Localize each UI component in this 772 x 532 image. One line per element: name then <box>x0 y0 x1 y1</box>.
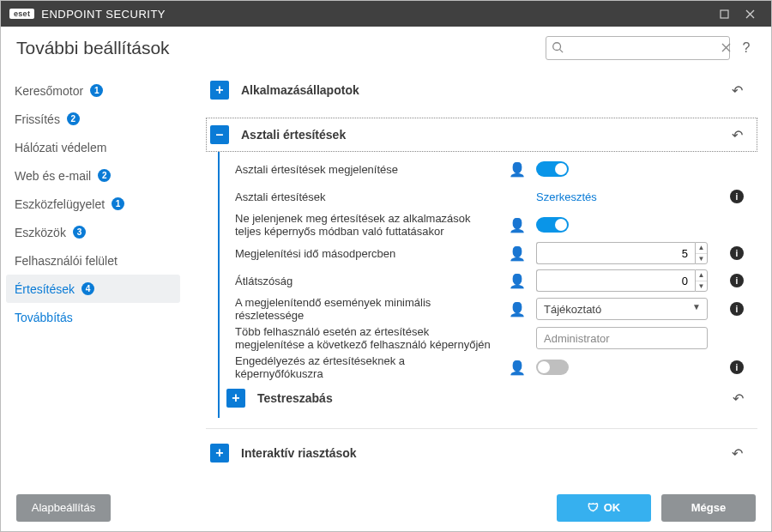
section-body: Asztali értesítések megjelenítése 👤 Aszt… <box>218 152 757 418</box>
row-label: Engedélyezés az értesítéseknek a képerny… <box>235 354 500 380</box>
expand-icon: + <box>226 389 245 408</box>
search-input[interactable] <box>569 41 716 56</box>
default-button[interactable]: Alapbeállítás <box>16 494 111 522</box>
stepper-down-icon[interactable]: ▼ <box>696 254 707 264</box>
badge: 2 <box>67 112 80 125</box>
undo-icon[interactable]: ↶ <box>728 82 746 99</box>
section-header-interactive-alerts[interactable]: + Interaktív riasztások ↶ <box>206 436 757 470</box>
info-icon[interactable]: i <box>730 302 744 316</box>
person-icon: 👤 <box>509 245 524 262</box>
info-icon[interactable]: i <box>730 274 744 287</box>
titlebar: eset ENDPOINT SECURITY <box>1 1 771 27</box>
sidebar-item-web-email[interactable]: Web és e-mail 2 <box>1 161 185 190</box>
content-area: + Alkalmazásállapotok ↶ – Asztali értesí… <box>185 70 771 484</box>
row-label: Átlátszóság <box>235 275 500 287</box>
badge: 1 <box>112 197 124 210</box>
section-app-states: + Alkalmazásállapotok ↶ <box>206 73 757 107</box>
stepper-down-icon[interactable]: ▼ <box>696 281 707 292</box>
row-no-fullscreen-notifications: Ne jelenjenek meg értesítések az alkalma… <box>220 210 757 239</box>
info-icon[interactable]: i <box>730 246 744 260</box>
person-icon: 👤 <box>509 217 524 233</box>
subsection-customization[interactable]: + Testreszabás ↶ <box>220 382 757 414</box>
sidebar-item-forwarding[interactable]: Továbbítás <box>1 303 185 331</box>
toggle-allow-focus[interactable] <box>536 360 569 375</box>
sidebar-item-label: Eszközfelügyelet <box>15 197 105 211</box>
badge: 2 <box>98 169 111 182</box>
sidebar-item-tools[interactable]: Eszközök 3 <box>1 218 185 246</box>
row-show-desktop-notifications: Asztali értesítések megjelenítése 👤 <box>220 155 757 183</box>
ok-label: OK <box>604 501 621 514</box>
badge: 3 <box>73 226 86 239</box>
subsection-title: Testreszabás <box>257 391 729 405</box>
sidebar-item-label: Eszközök <box>15 226 66 239</box>
row-min-verbosity: A megjelenítendő események minimális rés… <box>220 294 757 323</box>
row-label: Asztali értesítések <box>235 190 500 203</box>
divider <box>206 428 757 429</box>
sidebar-item-update[interactable]: Frissítés 2 <box>1 105 185 133</box>
help-button[interactable]: ? <box>737 40 756 56</box>
section-title: Asztali értesítések <box>241 128 728 142</box>
undo-icon[interactable]: ↶ <box>729 390 747 407</box>
person-icon: 👤 <box>509 301 524 317</box>
sidebar-item-label: Web és e-mail <box>15 169 91 183</box>
sidebar-item-label: Értesítések <box>15 282 75 296</box>
sidebar-item-label: Frissítés <box>15 112 60 126</box>
sidebar-item-notifications[interactable]: Értesítések 4 <box>6 275 180 303</box>
badge: 1 <box>90 84 103 97</box>
brand-text: ENDPOINT SECURITY <box>41 8 166 21</box>
verbosity-select[interactable]: Tájékoztató <box>536 298 708 320</box>
sidebar-item-ui[interactable]: Felhasználói felület <box>1 246 185 275</box>
page-title: További beállítások <box>16 38 546 58</box>
undo-icon[interactable]: ↶ <box>728 445 746 462</box>
body: Keresőmotor 1 Frissítés 2 Hálózati védel… <box>1 70 771 484</box>
ok-button[interactable]: 🛡 OK <box>557 494 651 522</box>
section-desktop-notifications: – Asztali értesítések ↶ Asztali értesíté… <box>206 118 757 418</box>
info-icon[interactable]: i <box>730 190 744 203</box>
clear-search-icon[interactable] <box>721 42 731 55</box>
expand-icon: + <box>210 81 229 100</box>
section-header-desktop-notifications[interactable]: – Asztali értesítések ↶ <box>206 118 757 152</box>
svg-point-1 <box>553 42 561 50</box>
search-icon <box>552 41 564 56</box>
multiuser-input[interactable] <box>536 327 708 349</box>
sidebar: Keresőmotor 1 Frissítés 2 Hálózati védel… <box>1 70 185 484</box>
duration-stepper[interactable]: ▲ ▼ <box>536 242 708 264</box>
toggle-show-desktop-notifications[interactable] <box>536 161 569 177</box>
shield-icon: 🛡 <box>588 501 599 514</box>
row-label: A megjelenítendő események minimális rés… <box>235 296 500 322</box>
section-interactive-alerts: + Interaktív riasztások ↶ <box>206 436 757 470</box>
sidebar-item-engine[interactable]: Keresőmotor 1 <box>1 76 185 105</box>
section-title: Alkalmazásállapotok <box>241 83 728 97</box>
toggle-no-fullscreen-notifications[interactable] <box>536 217 569 233</box>
section-header-app-states[interactable]: + Alkalmazásállapotok ↶ <box>206 73 757 107</box>
row-label: Megjelenítési idő másodpercben <box>235 247 500 260</box>
window-maximize-button[interactable] <box>711 1 737 27</box>
info-icon[interactable]: i <box>730 360 744 374</box>
row-desktop-notifications-edit: Asztali értesítések Szerkesztés i <box>220 183 757 210</box>
person-icon: 👤 <box>509 273 524 289</box>
sidebar-item-label: Továbbítás <box>15 311 73 324</box>
duration-input[interactable] <box>536 242 695 264</box>
row-label: Asztali értesítések megjelenítése <box>235 163 500 176</box>
badge: 4 <box>81 282 94 295</box>
window-close-button[interactable] <box>737 1 763 27</box>
row-label: Több felhasználó esetén az értesítések m… <box>235 325 500 351</box>
sidebar-item-device-control[interactable]: Eszközfelügyelet 1 <box>1 190 185 218</box>
sidebar-item-label: Hálózati védelem <box>15 141 106 154</box>
stepper-up-icon[interactable]: ▲ <box>696 270 707 281</box>
search-box[interactable] <box>546 36 730 60</box>
undo-icon[interactable]: ↶ <box>728 127 746 143</box>
stepper-up-icon[interactable]: ▲ <box>696 243 707 254</box>
expand-icon: + <box>210 444 229 462</box>
sidebar-item-label: Felhasználói felület <box>15 254 118 268</box>
row-label: Ne jelenjenek meg értesítések az alkalma… <box>235 212 500 238</box>
section-title: Interaktív riasztások <box>241 446 728 460</box>
person-icon: 👤 <box>509 360 524 376</box>
collapse-icon: – <box>210 125 229 144</box>
edit-link[interactable]: Szerkesztés <box>536 190 597 203</box>
row-transparency: Átlátszóság 👤 ▲ ▼ i <box>220 267 757 294</box>
cancel-button[interactable]: Mégse <box>661 494 756 522</box>
transparency-stepper[interactable]: ▲ ▼ <box>536 269 708 292</box>
sidebar-item-network[interactable]: Hálózati védelem <box>1 133 185 161</box>
transparency-input[interactable] <box>536 269 695 292</box>
